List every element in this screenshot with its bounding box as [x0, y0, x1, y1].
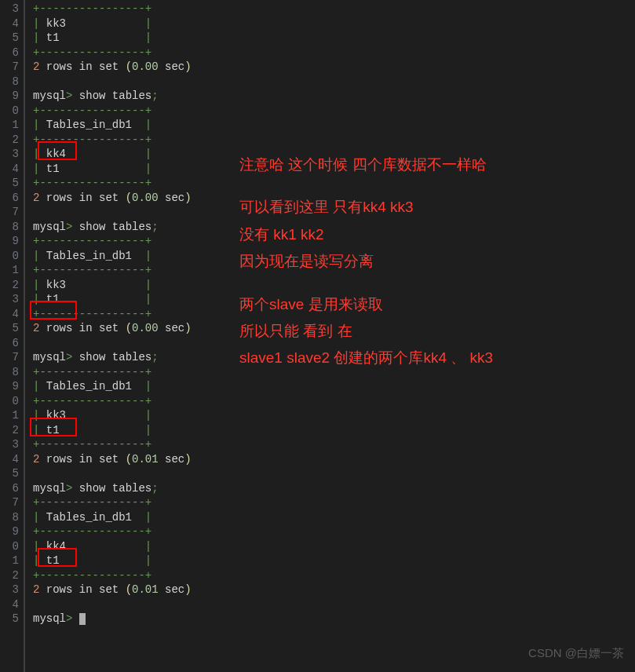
- line-number: 6: [0, 46, 19, 60]
- line-number: 4: [0, 307, 19, 322]
- annotation-line: slave1 slave2 创建的两个库kk4 、 kk3: [239, 346, 493, 370]
- line-number: 0: [0, 539, 19, 554]
- code-line: mysql> show tables;: [33, 481, 635, 496]
- line-number: 5: [0, 321, 19, 336]
- code-line: +----------------+: [33, 568, 635, 583]
- line-number: 7: [0, 60, 19, 75]
- line-number: 1: [0, 553, 19, 568]
- line-number: 2: [0, 423, 19, 438]
- line-number: 3: [0, 292, 19, 307]
- annotation-line: 注意哈 这个时候 四个库数据不一样哈: [239, 153, 493, 177]
- annotation-overlay: 注意哈 这个时候 四个库数据不一样哈 可以看到这里 只有kk4 kk3 没有 k…: [239, 153, 493, 374]
- line-number: 8: [0, 75, 19, 89]
- code-line: +----------------+: [33, 524, 635, 539]
- line-number: 2: [0, 133, 19, 148]
- annotation-line: 所以只能 看到 在: [239, 320, 493, 343]
- line-number: 8: [0, 220, 19, 235]
- line-number: 3: [0, 583, 19, 597]
- line-number: 5: [0, 466, 19, 481]
- line-number: 5: [0, 612, 19, 626]
- code-line: mysql> show tables;: [33, 89, 635, 104]
- code-line: | Tables_in_db1 |: [33, 510, 635, 525]
- line-number: 5: [0, 176, 19, 191]
- code-line: 2 rows in set (0.01 sec): [33, 583, 635, 597]
- line-number: 5: [0, 31, 19, 46]
- code-line: | kk3 |: [33, 16, 635, 31]
- line-number: 6: [0, 191, 19, 206]
- line-number: 3: [0, 437, 19, 452]
- code-line: 2 rows in set (0.00 sec): [33, 60, 635, 75]
- code-line: | t1 |: [33, 423, 635, 438]
- code-line: +----------------+: [33, 394, 635, 409]
- code-line: [33, 466, 635, 481]
- line-number: 4: [0, 16, 19, 31]
- code-line: mysql>: [33, 612, 635, 626]
- annotation-line: 两个slave 是用来读取: [239, 293, 493, 316]
- line-number: 9: [0, 89, 19, 104]
- line-number: 0: [0, 104, 19, 119]
- code-line: | t1 |: [33, 553, 635, 568]
- line-number: 7: [0, 205, 19, 220]
- code-line: | Tables_in_db1 |: [33, 118, 635, 133]
- line-number: 1: [0, 118, 19, 133]
- line-number: 3: [0, 147, 19, 162]
- line-number: 2: [0, 278, 19, 293]
- line-number: 9: [0, 379, 19, 394]
- annotation-line: 没有 kk1 kk2: [239, 223, 493, 247]
- line-number: 6: [0, 481, 19, 496]
- code-line: +----------------+: [33, 2, 635, 16]
- code-line: 2 rows in set (0.01 sec): [33, 452, 635, 467]
- code-line: [33, 75, 635, 89]
- code-line: [33, 597, 635, 612]
- line-number: 9: [0, 524, 19, 539]
- code-line: +----------------+: [33, 104, 635, 119]
- line-number: 1: [0, 263, 19, 278]
- line-number: 9: [0, 234, 19, 249]
- line-number: 2: [0, 568, 19, 583]
- code-line: +----------------+: [33, 46, 635, 60]
- annotation-line: 因为现在是读写分离: [239, 250, 493, 273]
- code-line: +----------------+: [33, 133, 635, 148]
- code-line: | Tables_in_db1 |: [33, 379, 635, 394]
- line-number: 1: [0, 408, 19, 423]
- code-line: +----------------+: [33, 495, 635, 510]
- line-number-gutter: 3456789012345678901234567890123456789012…: [0, 0, 24, 672]
- code-line: | kk4 |: [33, 539, 635, 554]
- code-line: | t1 |: [33, 31, 635, 46]
- code-line: | kk3 |: [33, 408, 635, 423]
- line-number: 6: [0, 336, 19, 351]
- line-number: 0: [0, 249, 19, 264]
- annotation-line: 可以看到这里 只有kk4 kk3: [239, 195, 493, 219]
- line-number: 7: [0, 495, 19, 510]
- line-number: 8: [0, 510, 19, 525]
- line-number: 4: [0, 162, 19, 177]
- line-number: 4: [0, 597, 19, 612]
- line-number: 4: [0, 452, 19, 467]
- line-number: 8: [0, 365, 19, 380]
- code-line: +----------------+: [33, 437, 635, 452]
- line-number: 3: [0, 2, 19, 16]
- line-number: 7: [0, 350, 19, 365]
- line-number: 0: [0, 394, 19, 409]
